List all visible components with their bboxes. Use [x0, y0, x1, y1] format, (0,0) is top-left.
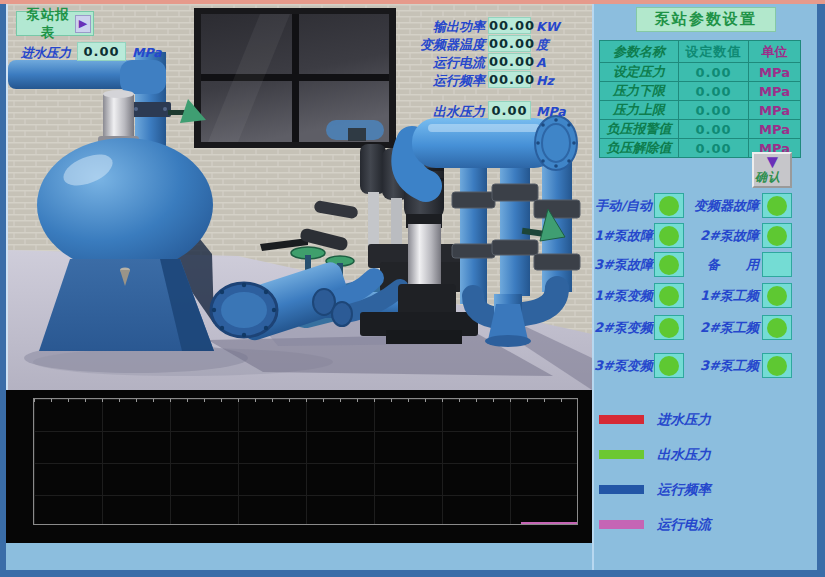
- pump3-vfd-label: 3#泵变频: [594, 358, 652, 373]
- param-unit: MPa: [749, 101, 801, 120]
- legend-label-inlet-pressure: 进水压力: [657, 412, 711, 427]
- table-header-row: 参数名称 设定数值 单位: [600, 41, 801, 63]
- window: [194, 8, 396, 148]
- pump2-vfd-indicator: [654, 315, 684, 340]
- pump1-vfd-indicator: [654, 283, 684, 308]
- pump1-mains-indicator: [762, 283, 792, 308]
- legend-swatch-inlet-pressure: [599, 415, 644, 424]
- param-name: 压力上限: [600, 101, 679, 120]
- inlet-pressure-label: 进水压力: [21, 45, 71, 60]
- trend-plot-area: [33, 398, 578, 525]
- param-setpoint[interactable]: 0.00: [679, 63, 749, 82]
- pump-station-scene: 泵站报表 ▶ 进水压力 0.00 MPa 输出功率 00.00 KW 变频器温度…: [6, 4, 592, 390]
- param-name: 设定压力: [600, 63, 679, 82]
- vfd-fault-indicator: [762, 193, 792, 218]
- plot-ticks: [34, 399, 577, 402]
- parameter-table: 参数名称 设定数值 单位 设定压力 0.00 MPa 压力下限 0.00 MPa…: [599, 40, 801, 158]
- status-lamp: [659, 318, 679, 338]
- pump1-mains-label: 1#泵工频: [684, 288, 759, 303]
- vfd-temperature-label: 变频器温度: [385, 37, 485, 52]
- running-frequency-value: 00.00: [488, 71, 531, 88]
- table-row: 设定压力 0.00 MPa: [600, 63, 801, 82]
- inlet-pressure-unit: MPa: [132, 45, 162, 60]
- pump2-fault-indicator: [762, 223, 792, 248]
- outlet-pressure-value: 0.00: [488, 101, 531, 120]
- top-border-strip: [0, 0, 825, 4]
- status-lamp: [659, 286, 679, 306]
- trend-chart: [6, 390, 592, 543]
- param-unit: MPa: [749, 82, 801, 101]
- pump3-mains-label: 3#泵工频: [684, 358, 759, 373]
- running-current-unit: A: [536, 55, 546, 70]
- param-setpoint[interactable]: 0.00: [679, 101, 749, 120]
- table-row: 负压报警值 0.00 MPa: [600, 120, 801, 139]
- report-button[interactable]: 泵站报表 ▶: [16, 11, 94, 36]
- inlet-pressure-value: 0.00: [77, 42, 126, 61]
- output-power-value: 00.00: [488, 17, 531, 34]
- pump3-fault-label: 3#泵故障: [594, 257, 652, 272]
- legend-label-outlet-pressure: 出水压力: [657, 447, 711, 462]
- col-header-name: 参数名称: [600, 41, 679, 63]
- legend-label-running-frequency: 运行频率: [657, 482, 711, 497]
- col-header-value: 设定数值: [679, 41, 749, 63]
- legend-swatch-outlet-pressure: [599, 450, 644, 459]
- pump3-vfd-indicator: [654, 353, 684, 378]
- spare-indicator: [762, 252, 792, 277]
- vfd-temperature-value: 00.00: [488, 35, 531, 52]
- play-icon[interactable]: ▶: [75, 15, 91, 33]
- param-name: 负压报警值: [600, 120, 679, 139]
- confirm-button[interactable]: ▼ 确认: [752, 152, 792, 188]
- param-unit: MPa: [749, 63, 801, 82]
- manual-auto-indicator: [654, 193, 684, 218]
- table-row: 压力上限 0.00 MPa: [600, 101, 801, 120]
- status-lamp: [767, 286, 787, 306]
- legend-label-running-current: 运行电流: [657, 517, 711, 532]
- outlet-pressure-unit: MPa: [536, 104, 566, 119]
- hmi-screen: 泵站报表 ▶ 进水压力 0.00 MPa 输出功率 00.00 KW 变频器温度…: [0, 0, 825, 577]
- running-current-trace: [521, 522, 577, 524]
- pump1-fault-indicator: [654, 223, 684, 248]
- running-frequency-unit: Hz: [536, 73, 554, 88]
- param-setpoint[interactable]: 0.00: [679, 82, 749, 101]
- running-current-label: 运行电流: [385, 55, 485, 70]
- param-setpoint[interactable]: 0.00: [679, 139, 749, 158]
- pump2-mains-label: 2#泵工频: [684, 320, 759, 335]
- table-row: 压力下限 0.00 MPa: [600, 82, 801, 101]
- status-lamp: [767, 318, 787, 338]
- legend-swatch-running-frequency: [599, 485, 644, 494]
- spare-label: 备 用: [684, 257, 759, 272]
- status-lamp: [659, 356, 679, 376]
- param-name: 负压解除值: [600, 139, 679, 158]
- manual-auto-label: 手动/自动: [594, 198, 652, 213]
- legend-swatch-running-current: [599, 520, 644, 529]
- running-frequency-label: 运行频率: [385, 73, 485, 88]
- status-lamp: [659, 196, 679, 216]
- status-lamp: [659, 226, 679, 246]
- vfd-fault-label: 变频器故障: [684, 198, 759, 213]
- status-lamp: [767, 196, 787, 216]
- vfd-temperature-unit: 度: [536, 37, 549, 54]
- pump1-fault-label: 1#泵故障: [594, 228, 652, 243]
- status-lamp: [767, 356, 787, 376]
- settings-title: 泵站参数设置: [636, 7, 776, 32]
- pump2-mains-indicator: [762, 315, 792, 340]
- pump1-vfd-label: 1#泵变频: [594, 288, 652, 303]
- chart-lower-margin: [6, 543, 592, 570]
- outlet-pressure-label: 出水压力: [385, 104, 485, 119]
- col-header-unit: 单位: [749, 41, 801, 63]
- pump3-fault-indicator: [654, 252, 684, 277]
- pump2-vfd-label: 2#泵变频: [594, 320, 652, 335]
- param-unit: MPa: [749, 120, 801, 139]
- confirm-button-label: 确认: [755, 169, 781, 186]
- report-button-label: 泵站报表: [21, 6, 75, 42]
- param-setpoint[interactable]: 0.00: [679, 120, 749, 139]
- status-lamp: [767, 226, 787, 246]
- pump3-mains-indicator: [762, 353, 792, 378]
- output-power-unit: KW: [536, 19, 559, 34]
- running-current-value: 00.00: [488, 53, 531, 70]
- param-name: 压力下限: [600, 82, 679, 101]
- pump2-fault-label: 2#泵故障: [684, 228, 759, 243]
- status-lamp: [659, 255, 679, 275]
- output-power-label: 输出功率: [385, 19, 485, 34]
